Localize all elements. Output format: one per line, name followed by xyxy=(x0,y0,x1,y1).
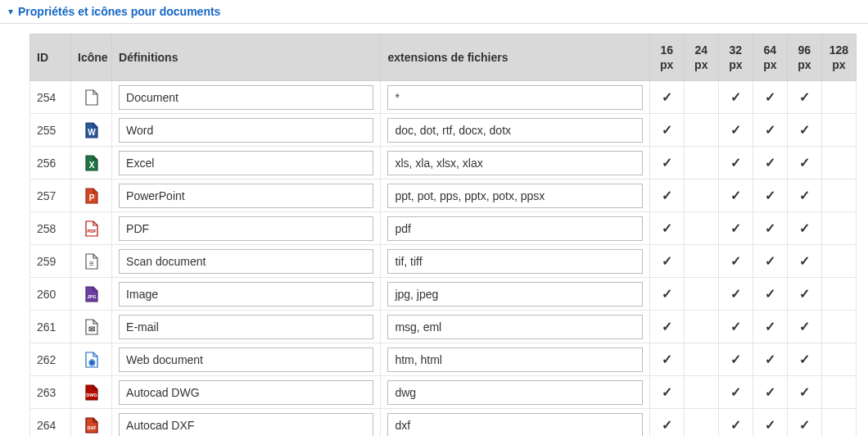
size-96-cell[interactable]: ✓ xyxy=(787,343,821,376)
dxf-icon[interactable]: DXF xyxy=(71,409,112,436)
size-64-cell[interactable]: ✓ xyxy=(753,343,787,376)
size-32-cell[interactable]: ✓ xyxy=(718,179,753,212)
word-icon[interactable]: W xyxy=(71,114,112,147)
extensions-input[interactable] xyxy=(387,315,642,339)
size-24-cell[interactable] xyxy=(684,311,718,343)
col-id[interactable]: ID xyxy=(30,34,71,81)
extensions-input[interactable] xyxy=(387,151,642,175)
size-64-cell[interactable]: ✓ xyxy=(753,114,787,147)
col-icon[interactable]: Icône xyxy=(71,34,112,81)
document-icon[interactable] xyxy=(71,81,112,114)
size-16-cell[interactable]: ✓ xyxy=(649,212,684,245)
definition-input[interactable] xyxy=(119,184,373,208)
size-16-cell[interactable]: ✓ xyxy=(649,147,684,179)
col-size-96[interactable]: 96px xyxy=(787,34,821,81)
size-24-cell[interactable] xyxy=(684,212,718,245)
size-64-cell[interactable]: ✓ xyxy=(753,311,787,343)
pdf-icon[interactable]: PDF xyxy=(71,212,112,245)
size-32-cell[interactable]: ✓ xyxy=(718,147,753,179)
size-96-cell[interactable]: ✓ xyxy=(787,212,821,245)
definition-input[interactable] xyxy=(119,85,373,110)
size-128-cell[interactable] xyxy=(821,114,856,147)
size-64-cell[interactable]: ✓ xyxy=(753,212,787,245)
size-96-cell[interactable]: ✓ xyxy=(787,81,821,114)
size-32-cell[interactable]: ✓ xyxy=(718,212,753,245)
size-32-cell[interactable]: ✓ xyxy=(718,409,753,436)
size-96-cell[interactable]: ✓ xyxy=(787,376,821,409)
scanner-icon[interactable]: ≡ xyxy=(71,245,112,278)
size-64-cell[interactable]: ✓ xyxy=(753,81,787,114)
size-128-cell[interactable] xyxy=(821,278,856,311)
size-128-cell[interactable] xyxy=(821,179,856,212)
size-16-cell[interactable]: ✓ xyxy=(649,376,684,409)
size-64-cell[interactable]: ✓ xyxy=(753,245,787,278)
extensions-input[interactable] xyxy=(387,184,642,208)
size-16-cell[interactable]: ✓ xyxy=(649,343,684,376)
image-icon[interactable]: JPG xyxy=(71,278,112,311)
definition-input[interactable] xyxy=(119,315,373,339)
definition-input[interactable] xyxy=(119,216,373,241)
size-24-cell[interactable] xyxy=(684,343,718,376)
extensions-input[interactable] xyxy=(387,216,642,241)
size-16-cell[interactable]: ✓ xyxy=(649,114,684,147)
extensions-input[interactable] xyxy=(387,413,642,436)
size-16-cell[interactable]: ✓ xyxy=(649,179,684,212)
extensions-input[interactable] xyxy=(387,249,642,274)
size-16-cell[interactable]: ✓ xyxy=(649,245,684,278)
definition-input[interactable] xyxy=(119,151,373,175)
col-size-64[interactable]: 64px xyxy=(753,34,787,81)
excel-icon[interactable]: X xyxy=(71,147,112,179)
size-24-cell[interactable] xyxy=(684,409,718,436)
size-128-cell[interactable] xyxy=(821,245,856,278)
extensions-input[interactable] xyxy=(387,282,642,307)
size-16-cell[interactable]: ✓ xyxy=(649,311,684,343)
size-96-cell[interactable]: ✓ xyxy=(787,409,821,436)
size-128-cell[interactable] xyxy=(821,343,856,376)
size-32-cell[interactable]: ✓ xyxy=(718,311,753,343)
col-size-32[interactable]: 32px xyxy=(718,34,753,81)
definition-input[interactable] xyxy=(119,282,373,307)
size-32-cell[interactable]: ✓ xyxy=(718,114,753,147)
size-128-cell[interactable] xyxy=(821,81,856,114)
extensions-input[interactable] xyxy=(387,85,642,110)
size-64-cell[interactable]: ✓ xyxy=(753,376,787,409)
col-definitions[interactable]: Définitions xyxy=(112,34,381,81)
size-32-cell[interactable]: ✓ xyxy=(718,343,753,376)
dwg-icon[interactable]: DWG xyxy=(71,376,112,409)
size-32-cell[interactable]: ✓ xyxy=(718,81,753,114)
size-128-cell[interactable] xyxy=(821,376,856,409)
size-24-cell[interactable] xyxy=(684,81,718,114)
size-24-cell[interactable] xyxy=(684,245,718,278)
powerpoint-icon[interactable]: P xyxy=(71,179,112,212)
size-64-cell[interactable]: ✓ xyxy=(753,409,787,436)
size-96-cell[interactable]: ✓ xyxy=(787,179,821,212)
size-96-cell[interactable]: ✓ xyxy=(787,311,821,343)
size-128-cell[interactable] xyxy=(821,147,856,179)
size-64-cell[interactable]: ✓ xyxy=(753,147,787,179)
size-16-cell[interactable]: ✓ xyxy=(649,278,684,311)
col-size-24[interactable]: 24px xyxy=(684,34,718,81)
definition-input[interactable] xyxy=(119,413,373,436)
size-24-cell[interactable] xyxy=(684,147,718,179)
definition-input[interactable] xyxy=(119,118,373,143)
size-96-cell[interactable]: ✓ xyxy=(787,278,821,311)
extensions-input[interactable] xyxy=(387,347,642,372)
size-32-cell[interactable]: ✓ xyxy=(718,376,753,409)
web-icon[interactable]: ◉ xyxy=(71,343,112,376)
size-128-cell[interactable] xyxy=(821,311,856,343)
definition-input[interactable] xyxy=(119,249,373,274)
size-128-cell[interactable] xyxy=(821,409,856,436)
size-24-cell[interactable] xyxy=(684,114,718,147)
extensions-input[interactable] xyxy=(387,380,642,405)
size-96-cell[interactable]: ✓ xyxy=(787,245,821,278)
extensions-input[interactable] xyxy=(387,118,642,143)
size-32-cell[interactable]: ✓ xyxy=(718,278,753,311)
size-96-cell[interactable]: ✓ xyxy=(787,114,821,147)
size-96-cell[interactable]: ✓ xyxy=(787,147,821,179)
size-24-cell[interactable] xyxy=(684,179,718,212)
definition-input[interactable] xyxy=(119,347,373,372)
size-24-cell[interactable] xyxy=(684,278,718,311)
col-size-128[interactable]: 128px xyxy=(821,34,856,81)
email-icon[interactable]: ✉ xyxy=(71,311,112,343)
size-64-cell[interactable]: ✓ xyxy=(753,278,787,311)
